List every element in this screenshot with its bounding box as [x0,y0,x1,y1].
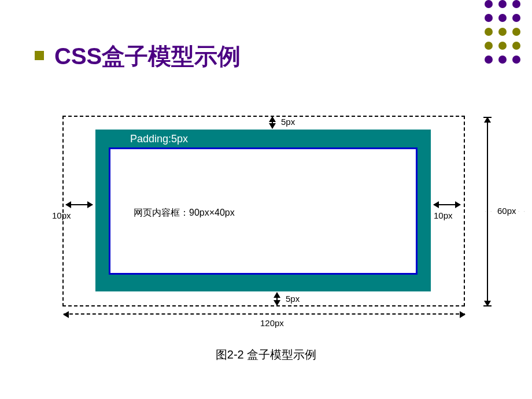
margin-right-value: 10px [434,210,453,220]
title-text: CSS盒子模型示例 [54,43,241,69]
content-box: 网页内容框：90px×40px [109,147,418,275]
margin-top-arrow-icon [272,117,273,128]
total-height-value: 60px [497,206,516,216]
page-title: CSS盒子模型示例 [35,40,241,72]
box-model-diagram: Padding:5px 网页内容框：90px×40px 5px 5px 10px… [40,109,492,352]
total-height-dimension-icon [487,117,488,306]
total-width-value: 120px [260,318,284,328]
tick-icon [483,305,492,306]
total-width-dimension-icon [64,313,465,315]
margin-right-arrow-icon [434,204,460,205]
title-bullet-icon [35,51,44,60]
content-label: 网页内容框：90px×40px [134,207,235,219]
margin-left-value: 10px [52,210,71,220]
figure-caption: 图2-2 盒子模型示例 [0,347,532,363]
decorative-dots [485,0,520,64]
padding-label: Padding:5px [130,133,188,145]
margin-bottom-arrow-icon [276,293,278,305]
tick-icon [483,117,492,118]
margin-bottom-value: 5px [286,294,300,304]
margin-top-value: 5px [281,117,295,127]
margin-left-arrow-icon [66,204,93,205]
